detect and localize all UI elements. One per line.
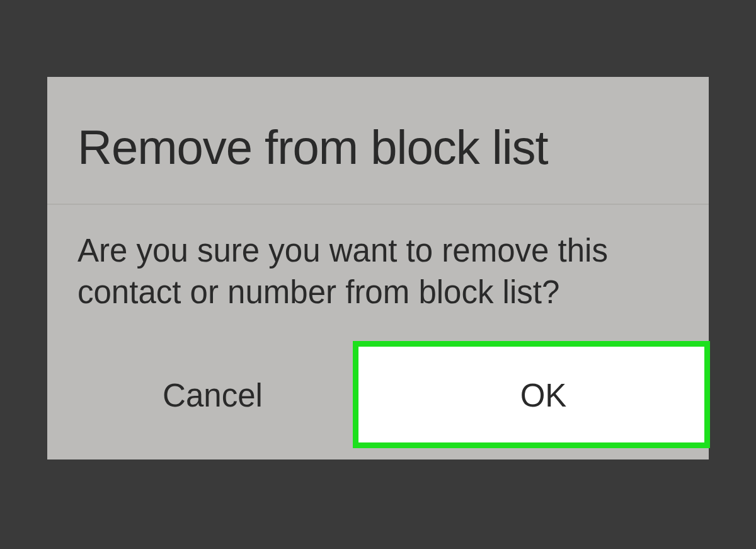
- confirmation-dialog: Remove from block list Are you sure you …: [47, 77, 709, 459]
- dialog-header: Remove from block list: [47, 77, 709, 205]
- ok-button[interactable]: OK: [378, 344, 709, 447]
- dialog-actions: Cancel OK: [47, 325, 709, 459]
- cancel-button[interactable]: Cancel: [47, 344, 378, 447]
- dialog-body: Are you sure you want to remove this con…: [47, 205, 709, 325]
- dialog-message: Are you sure you want to remove this con…: [77, 230, 679, 313]
- dialog-title: Remove from block list: [77, 120, 679, 175]
- ok-button-highlight-wrapper: OK: [378, 344, 709, 447]
